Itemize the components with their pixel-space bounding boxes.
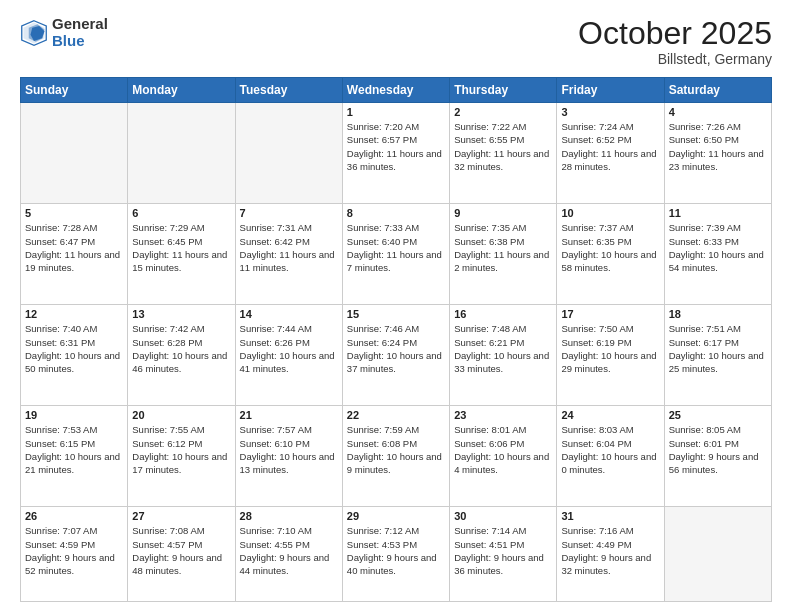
location-subtitle: Billstedt, Germany	[578, 51, 772, 67]
logo: General Blue	[20, 16, 108, 49]
day-info: Sunrise: 7:24 AM Sunset: 6:52 PM Dayligh…	[561, 120, 659, 173]
day-number: 3	[561, 106, 659, 118]
day-number: 23	[454, 409, 552, 421]
day-info: Sunrise: 7:22 AM Sunset: 6:55 PM Dayligh…	[454, 120, 552, 173]
day-cell-w5-d5: 31Sunrise: 7:16 AM Sunset: 4:49 PM Dayli…	[557, 507, 664, 602]
day-number: 19	[25, 409, 123, 421]
day-info: Sunrise: 8:03 AM Sunset: 6:04 PM Dayligh…	[561, 423, 659, 476]
day-info: Sunrise: 8:01 AM Sunset: 6:06 PM Dayligh…	[454, 423, 552, 476]
day-cell-w1-d6: 4Sunrise: 7:26 AM Sunset: 6:50 PM Daylig…	[664, 103, 771, 204]
day-cell-w5-d6	[664, 507, 771, 602]
day-cell-w2-d4: 9Sunrise: 7:35 AM Sunset: 6:38 PM Daylig…	[450, 204, 557, 305]
day-number: 9	[454, 207, 552, 219]
day-cell-w3-d4: 16Sunrise: 7:48 AM Sunset: 6:21 PM Dayli…	[450, 305, 557, 406]
day-number: 28	[240, 510, 338, 522]
day-number: 30	[454, 510, 552, 522]
month-title: October 2025	[578, 16, 772, 51]
week-row-3: 12Sunrise: 7:40 AM Sunset: 6:31 PM Dayli…	[21, 305, 772, 406]
day-info: Sunrise: 7:14 AM Sunset: 4:51 PM Dayligh…	[454, 524, 552, 577]
logo-text: General Blue	[52, 16, 108, 49]
day-cell-w3-d2: 14Sunrise: 7:44 AM Sunset: 6:26 PM Dayli…	[235, 305, 342, 406]
day-cell-w5-d1: 27Sunrise: 7:08 AM Sunset: 4:57 PM Dayli…	[128, 507, 235, 602]
day-info: Sunrise: 7:29 AM Sunset: 6:45 PM Dayligh…	[132, 221, 230, 274]
day-info: Sunrise: 7:59 AM Sunset: 6:08 PM Dayligh…	[347, 423, 445, 476]
day-info: Sunrise: 7:55 AM Sunset: 6:12 PM Dayligh…	[132, 423, 230, 476]
day-cell-w2-d2: 7Sunrise: 7:31 AM Sunset: 6:42 PM Daylig…	[235, 204, 342, 305]
day-info: Sunrise: 7:44 AM Sunset: 6:26 PM Dayligh…	[240, 322, 338, 375]
day-cell-w3-d3: 15Sunrise: 7:46 AM Sunset: 6:24 PM Dayli…	[342, 305, 449, 406]
day-number: 27	[132, 510, 230, 522]
day-cell-w1-d3: 1Sunrise: 7:20 AM Sunset: 6:57 PM Daylig…	[342, 103, 449, 204]
day-info: Sunrise: 7:48 AM Sunset: 6:21 PM Dayligh…	[454, 322, 552, 375]
day-info: Sunrise: 8:05 AM Sunset: 6:01 PM Dayligh…	[669, 423, 767, 476]
day-number: 17	[561, 308, 659, 320]
day-number: 18	[669, 308, 767, 320]
day-cell-w3-d5: 17Sunrise: 7:50 AM Sunset: 6:19 PM Dayli…	[557, 305, 664, 406]
day-number: 5	[25, 207, 123, 219]
day-cell-w2-d5: 10Sunrise: 7:37 AM Sunset: 6:35 PM Dayli…	[557, 204, 664, 305]
day-cell-w4-d3: 22Sunrise: 7:59 AM Sunset: 6:08 PM Dayli…	[342, 406, 449, 507]
day-cell-w2-d6: 11Sunrise: 7:39 AM Sunset: 6:33 PM Dayli…	[664, 204, 771, 305]
col-monday: Monday	[128, 78, 235, 103]
day-cell-w4-d5: 24Sunrise: 8:03 AM Sunset: 6:04 PM Dayli…	[557, 406, 664, 507]
col-wednesday: Wednesday	[342, 78, 449, 103]
day-info: Sunrise: 7:20 AM Sunset: 6:57 PM Dayligh…	[347, 120, 445, 173]
day-cell-w1-d0	[21, 103, 128, 204]
day-cell-w3-d0: 12Sunrise: 7:40 AM Sunset: 6:31 PM Dayli…	[21, 305, 128, 406]
day-number: 31	[561, 510, 659, 522]
col-friday: Friday	[557, 78, 664, 103]
day-number: 21	[240, 409, 338, 421]
day-number: 16	[454, 308, 552, 320]
day-info: Sunrise: 7:08 AM Sunset: 4:57 PM Dayligh…	[132, 524, 230, 577]
day-info: Sunrise: 7:42 AM Sunset: 6:28 PM Dayligh…	[132, 322, 230, 375]
logo-icon	[20, 19, 48, 47]
title-block: October 2025 Billstedt, Germany	[578, 16, 772, 67]
day-number: 11	[669, 207, 767, 219]
day-number: 10	[561, 207, 659, 219]
day-number: 7	[240, 207, 338, 219]
day-number: 6	[132, 207, 230, 219]
day-number: 22	[347, 409, 445, 421]
day-cell-w4-d4: 23Sunrise: 8:01 AM Sunset: 6:06 PM Dayli…	[450, 406, 557, 507]
day-cell-w3-d6: 18Sunrise: 7:51 AM Sunset: 6:17 PM Dayli…	[664, 305, 771, 406]
week-row-2: 5Sunrise: 7:28 AM Sunset: 6:47 PM Daylig…	[21, 204, 772, 305]
day-info: Sunrise: 7:50 AM Sunset: 6:19 PM Dayligh…	[561, 322, 659, 375]
col-sunday: Sunday	[21, 78, 128, 103]
day-info: Sunrise: 7:26 AM Sunset: 6:50 PM Dayligh…	[669, 120, 767, 173]
day-info: Sunrise: 7:53 AM Sunset: 6:15 PM Dayligh…	[25, 423, 123, 476]
day-info: Sunrise: 7:51 AM Sunset: 6:17 PM Dayligh…	[669, 322, 767, 375]
week-row-1: 1Sunrise: 7:20 AM Sunset: 6:57 PM Daylig…	[21, 103, 772, 204]
day-cell-w1-d4: 2Sunrise: 7:22 AM Sunset: 6:55 PM Daylig…	[450, 103, 557, 204]
day-info: Sunrise: 7:28 AM Sunset: 6:47 PM Dayligh…	[25, 221, 123, 274]
day-info: Sunrise: 7:16 AM Sunset: 4:49 PM Dayligh…	[561, 524, 659, 577]
day-info: Sunrise: 7:46 AM Sunset: 6:24 PM Dayligh…	[347, 322, 445, 375]
day-info: Sunrise: 7:57 AM Sunset: 6:10 PM Dayligh…	[240, 423, 338, 476]
day-cell-w4-d2: 21Sunrise: 7:57 AM Sunset: 6:10 PM Dayli…	[235, 406, 342, 507]
week-row-5: 26Sunrise: 7:07 AM Sunset: 4:59 PM Dayli…	[21, 507, 772, 602]
day-cell-w1-d5: 3Sunrise: 7:24 AM Sunset: 6:52 PM Daylig…	[557, 103, 664, 204]
day-number: 29	[347, 510, 445, 522]
day-number: 20	[132, 409, 230, 421]
day-number: 8	[347, 207, 445, 219]
day-number: 2	[454, 106, 552, 118]
col-saturday: Saturday	[664, 78, 771, 103]
day-number: 14	[240, 308, 338, 320]
day-cell-w2-d3: 8Sunrise: 7:33 AM Sunset: 6:40 PM Daylig…	[342, 204, 449, 305]
col-tuesday: Tuesday	[235, 78, 342, 103]
day-cell-w4-d6: 25Sunrise: 8:05 AM Sunset: 6:01 PM Dayli…	[664, 406, 771, 507]
day-number: 15	[347, 308, 445, 320]
week-row-4: 19Sunrise: 7:53 AM Sunset: 6:15 PM Dayli…	[21, 406, 772, 507]
calendar-table: Sunday Monday Tuesday Wednesday Thursday…	[20, 77, 772, 602]
day-cell-w5-d4: 30Sunrise: 7:14 AM Sunset: 4:51 PM Dayli…	[450, 507, 557, 602]
day-info: Sunrise: 7:35 AM Sunset: 6:38 PM Dayligh…	[454, 221, 552, 274]
day-cell-w1-d1	[128, 103, 235, 204]
day-number: 13	[132, 308, 230, 320]
header: General Blue October 2025 Billstedt, Ger…	[20, 16, 772, 67]
day-number: 12	[25, 308, 123, 320]
day-info: Sunrise: 7:33 AM Sunset: 6:40 PM Dayligh…	[347, 221, 445, 274]
day-cell-w2-d0: 5Sunrise: 7:28 AM Sunset: 6:47 PM Daylig…	[21, 204, 128, 305]
day-cell-w1-d2	[235, 103, 342, 204]
day-number: 25	[669, 409, 767, 421]
day-cell-w5-d2: 28Sunrise: 7:10 AM Sunset: 4:55 PM Dayli…	[235, 507, 342, 602]
day-info: Sunrise: 7:40 AM Sunset: 6:31 PM Dayligh…	[25, 322, 123, 375]
